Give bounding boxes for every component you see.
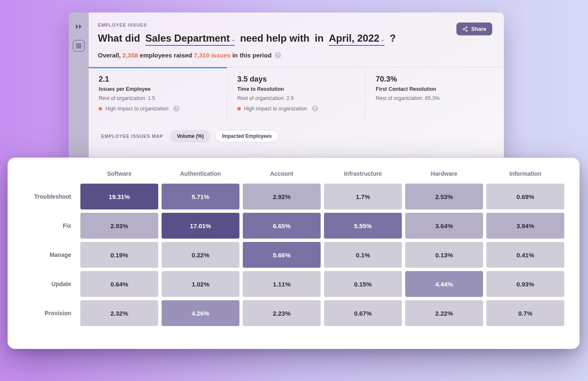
heatmap-cell[interactable]: 1.02% [162, 271, 239, 297]
row-header: Update [23, 271, 77, 297]
title-text: What did [98, 32, 143, 44]
heatmap-cell[interactable]: 1.11% [243, 271, 321, 297]
heatmap-cell[interactable]: 3.94% [486, 213, 564, 239]
fast-forward-icon[interactable] [73, 21, 85, 32]
svg-rect-3 [79, 46, 81, 48]
heatmap-cell[interactable]: 2.53% [405, 184, 483, 209]
svg-point-6 [466, 30, 468, 32]
title-text: ? [387, 32, 396, 44]
impact-dot-icon [237, 107, 241, 110]
heatmap-cell[interactable]: 0.1% [324, 242, 402, 268]
svg-point-5 [463, 28, 465, 30]
department-dropdown[interactable]: Sales Department ⌵ [145, 32, 235, 46]
row-header: Manage [23, 242, 77, 268]
svg-rect-2 [77, 46, 78, 48]
title-text: need help with [237, 32, 312, 44]
column-header: Hardware [405, 167, 483, 180]
heatmap-cell[interactable]: 6.65% [243, 213, 321, 239]
issues-count: 7,310 issues [194, 52, 231, 59]
row-header: Fix [23, 213, 77, 239]
svg-line-7 [464, 27, 466, 28]
heatmap-cell[interactable]: 5.66% [243, 242, 321, 268]
heatmap-cell[interactable]: 19.31% [80, 184, 158, 209]
help-icon[interactable]: ? [173, 105, 179, 112]
metrics-row: 2.1Issues per EmployeeRest of organizati… [89, 67, 504, 121]
period-dropdown[interactable]: April, 2022 ⌵ [329, 32, 384, 46]
metric-sub: Rest of organization: 65.3% [376, 95, 494, 101]
impacted-toggle[interactable]: Impacted Employees [215, 130, 279, 142]
share-label: Share [471, 26, 486, 32]
column-header: Information [486, 167, 564, 180]
metric-sub: Rest of organization: 1.5 [99, 95, 217, 101]
metric-sub: Rest of organization: 2.9 [237, 95, 356, 101]
page-title: What did Sales Department ⌵ need help wi… [98, 32, 396, 46]
column-header: Account [243, 167, 321, 180]
chevron-down-icon: ⌵ [381, 36, 384, 42]
metric-value: 70.3% [376, 75, 494, 84]
svg-rect-1 [79, 44, 81, 45]
map-section-label: EMPLOYEE ISSUES MAP [101, 134, 163, 139]
summary-line: Overall, 2,358 employees raised 7,310 is… [98, 52, 396, 59]
summary-text: in this period [232, 52, 272, 59]
metric-label: First Contact Resolution [376, 86, 494, 92]
heatmap-cell[interactable]: 17.01% [162, 213, 239, 239]
heatmap-cell[interactable]: 2.92% [243, 184, 321, 209]
heatmap-cell[interactable]: 2.32% [80, 300, 158, 326]
heatmap-cell[interactable]: 5.71% [162, 184, 239, 209]
help-icon[interactable]: ? [312, 105, 318, 112]
help-icon[interactable]: ? [275, 52, 281, 58]
row-header: Provision [23, 300, 77, 326]
heatmap-cell[interactable]: 0.15% [324, 271, 402, 297]
heatmap-cell[interactable]: 2.22% [405, 300, 483, 326]
heatmap-cell[interactable]: 1.7% [324, 184, 402, 209]
section-eyebrow: EMPLOYEE ISSUES [98, 22, 396, 27]
column-header: Infrastructure [324, 167, 402, 180]
period-value: April, 2022 [329, 32, 379, 44]
impact-dot-icon [99, 107, 102, 110]
metric-value: 3.5 days [237, 75, 356, 84]
heatmap-cell[interactable]: 0.64% [80, 271, 158, 297]
metric-impact: High impact to organization? [99, 105, 217, 112]
column-header: Authentication [162, 167, 239, 180]
volume-toggle[interactable]: Volume (%) [170, 130, 211, 142]
svg-point-4 [466, 27, 468, 28]
metric-card[interactable]: 2.1Issues per EmployeeRest of organizati… [89, 67, 227, 121]
grid-icon[interactable] [73, 40, 85, 52]
summary-text: Overall, [98, 52, 121, 59]
heatmap-cell[interactable]: 5.55% [324, 213, 402, 239]
map-toolbar: EMPLOYEE ISSUES MAP Volume (%) Impacted … [98, 121, 492, 142]
heatmap-cell[interactable]: 0.41% [486, 242, 564, 268]
metric-label: Time to Resolution [237, 86, 356, 92]
heatmap-corner [23, 167, 77, 180]
svg-line-8 [464, 29, 466, 30]
heatmap-cell[interactable]: 0.19% [80, 242, 158, 268]
heatmap-cell[interactable]: 2.23% [243, 300, 321, 326]
department-value: Sales Department [145, 32, 230, 44]
share-button[interactable]: Share [456, 22, 492, 35]
metric-card[interactable]: 3.5 daysTime to ResolutionRest of organi… [227, 67, 366, 121]
view-toggle: Volume (%) Impacted Employees [170, 130, 279, 142]
row-header: Troubleshoot [23, 184, 77, 209]
heatmap-cell[interactable]: 4.44% [405, 271, 483, 297]
metric-card[interactable]: 70.3%First Contact ResolutionRest of org… [366, 67, 504, 121]
metric-impact: High impact to organization? [237, 105, 356, 112]
metric-value: 2.1 [99, 75, 217, 84]
heatmap-cell[interactable]: 0.13% [405, 242, 483, 268]
employees-count: 2,358 [122, 52, 138, 59]
heatmap-grid: SoftwareAuthenticationAccountInfrastruct… [23, 167, 564, 326]
heatmap-cell[interactable]: 0.7% [486, 300, 564, 326]
share-icon [462, 26, 468, 32]
heatmap-cell[interactable]: 3.64% [405, 213, 483, 239]
heatmap-cell[interactable]: 0.67% [324, 300, 402, 326]
heatmap-cell[interactable]: 2.93% [80, 213, 158, 239]
chevron-down-icon: ⌵ [232, 36, 235, 42]
heatmap-panel: SoftwareAuthenticationAccountInfrastruct… [7, 157, 580, 349]
metric-label: Issues per Employee [99, 86, 217, 92]
heatmap-cell[interactable]: 4.26% [162, 300, 239, 326]
heatmap-cell[interactable]: 0.93% [486, 271, 564, 297]
impact-text: High impact to organization [105, 106, 168, 112]
impact-text: High impact to organization [244, 106, 307, 112]
heatmap-cell[interactable]: 0.22% [162, 242, 239, 268]
column-header: Software [80, 167, 158, 180]
heatmap-cell[interactable]: 0.69% [486, 184, 564, 209]
